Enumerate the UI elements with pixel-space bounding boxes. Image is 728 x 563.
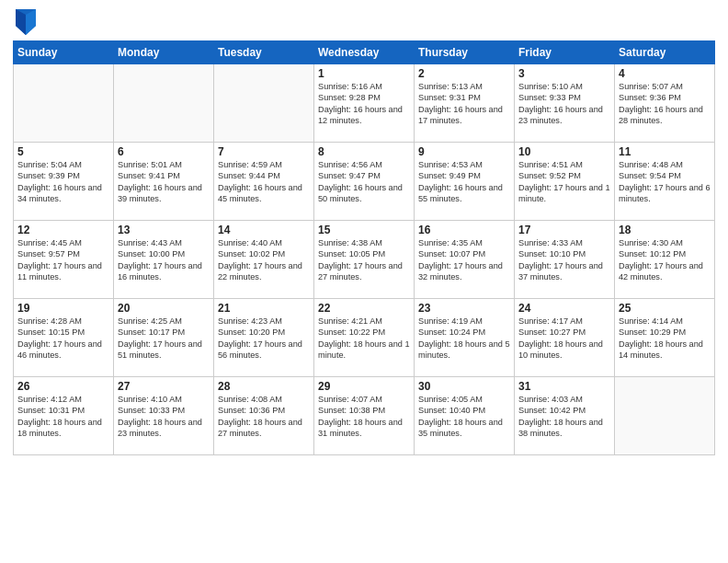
- table-row: 13Sunrise: 4:43 AM Sunset: 10:00 PM Dayl…: [114, 221, 214, 299]
- day-number: 7: [218, 145, 310, 158]
- day-number: 31: [518, 380, 610, 393]
- day-number: 17: [518, 224, 610, 236]
- table-row: 29Sunrise: 4:07 AM Sunset: 10:38 PM Dayl…: [314, 377, 415, 455]
- day-info: Sunrise: 4:59 AM Sunset: 9:44 PM Dayligh…: [218, 159, 310, 205]
- table-row: 3Sunrise: 5:10 AM Sunset: 9:33 PM Daylig…: [515, 64, 615, 143]
- day-number: 24: [518, 302, 610, 315]
- day-info: Sunrise: 5:10 AM Sunset: 9:33 PM Dayligh…: [518, 81, 610, 127]
- page: Sunday Monday Tuesday Wednesday Thursday…: [0, 0, 728, 563]
- day-number: 8: [318, 145, 410, 158]
- day-number: 11: [619, 145, 711, 158]
- table-row: 20Sunrise: 4:25 AM Sunset: 10:17 PM Dayl…: [114, 299, 214, 377]
- day-info: Sunrise: 4:19 AM Sunset: 10:24 PM Daylig…: [418, 316, 510, 362]
- day-info: Sunrise: 4:38 AM Sunset: 10:05 PM Daylig…: [318, 237, 410, 283]
- table-row: 31Sunrise: 4:03 AM Sunset: 10:42 PM Dayl…: [515, 377, 615, 455]
- day-number: 30: [418, 380, 510, 393]
- day-info: Sunrise: 4:14 AM Sunset: 10:29 PM Daylig…: [619, 316, 711, 362]
- table-row: 27Sunrise: 4:10 AM Sunset: 10:33 PM Dayl…: [114, 377, 214, 455]
- day-number: 14: [218, 224, 310, 236]
- day-number: 22: [318, 302, 410, 315]
- day-info: Sunrise: 4:45 AM Sunset: 9:57 PM Dayligh…: [17, 237, 109, 283]
- logo-area: [13, 9, 38, 35]
- day-number: 13: [118, 224, 210, 236]
- table-row: [615, 377, 715, 455]
- day-number: 5: [17, 145, 109, 158]
- col-wednesday: Wednesday: [314, 41, 415, 64]
- table-row: 18Sunrise: 4:30 AM Sunset: 10:12 PM Dayl…: [615, 221, 715, 299]
- day-info: Sunrise: 5:16 AM Sunset: 9:28 PM Dayligh…: [318, 81, 410, 127]
- day-number: 25: [619, 302, 711, 315]
- day-number: 16: [418, 224, 510, 236]
- col-saturday: Saturday: [615, 41, 715, 64]
- day-info: Sunrise: 4:21 AM Sunset: 10:22 PM Daylig…: [318, 316, 410, 362]
- calendar-week-row: 12Sunrise: 4:45 AM Sunset: 9:57 PM Dayli…: [14, 221, 715, 299]
- table-row: 22Sunrise: 4:21 AM Sunset: 10:22 PM Dayl…: [314, 299, 415, 377]
- table-row: 15Sunrise: 4:38 AM Sunset: 10:05 PM Dayl…: [314, 221, 415, 299]
- day-info: Sunrise: 4:12 AM Sunset: 10:31 PM Daylig…: [17, 394, 109, 440]
- day-info: Sunrise: 4:51 AM Sunset: 9:52 PM Dayligh…: [518, 159, 610, 205]
- table-row: [114, 64, 214, 143]
- day-number: 21: [218, 302, 310, 315]
- day-number: 3: [518, 67, 610, 80]
- day-number: 20: [118, 302, 210, 315]
- table-row: 23Sunrise: 4:19 AM Sunset: 10:24 PM Dayl…: [415, 299, 515, 377]
- table-row: 11Sunrise: 4:48 AM Sunset: 9:54 PM Dayli…: [615, 143, 715, 221]
- calendar-week-row: 26Sunrise: 4:12 AM Sunset: 10:31 PM Dayl…: [14, 377, 715, 455]
- weekday-header-row: Sunday Monday Tuesday Wednesday Thursday…: [14, 41, 715, 64]
- table-row: 28Sunrise: 4:08 AM Sunset: 10:36 PM Dayl…: [214, 377, 314, 455]
- day-info: Sunrise: 5:13 AM Sunset: 9:31 PM Dayligh…: [418, 81, 510, 127]
- day-info: Sunrise: 5:01 AM Sunset: 9:41 PM Dayligh…: [118, 159, 210, 205]
- table-row: 25Sunrise: 4:14 AM Sunset: 10:29 PM Dayl…: [615, 299, 715, 377]
- header: [13, 9, 715, 35]
- day-info: Sunrise: 4:53 AM Sunset: 9:49 PM Dayligh…: [418, 159, 510, 205]
- day-number: 29: [318, 380, 410, 393]
- table-row: 17Sunrise: 4:33 AM Sunset: 10:10 PM Dayl…: [515, 221, 615, 299]
- table-row: 19Sunrise: 4:28 AM Sunset: 10:15 PM Dayl…: [14, 299, 114, 377]
- table-row: 16Sunrise: 4:35 AM Sunset: 10:07 PM Dayl…: [415, 221, 515, 299]
- day-number: 26: [17, 380, 109, 393]
- table-row: 1Sunrise: 5:16 AM Sunset: 9:28 PM Daylig…: [314, 64, 415, 143]
- day-info: Sunrise: 4:33 AM Sunset: 10:10 PM Daylig…: [518, 237, 610, 283]
- calendar-week-row: 1Sunrise: 5:16 AM Sunset: 9:28 PM Daylig…: [14, 64, 715, 143]
- table-row: 4Sunrise: 5:07 AM Sunset: 9:36 PM Daylig…: [615, 64, 715, 143]
- table-row: [214, 64, 314, 143]
- table-row: 9Sunrise: 4:53 AM Sunset: 9:49 PM Daylig…: [415, 143, 515, 221]
- calendar-week-row: 5Sunrise: 5:04 AM Sunset: 9:39 PM Daylig…: [14, 143, 715, 221]
- day-info: Sunrise: 4:17 AM Sunset: 10:27 PM Daylig…: [518, 316, 610, 362]
- day-info: Sunrise: 4:25 AM Sunset: 10:17 PM Daylig…: [118, 316, 210, 362]
- day-number: 1: [318, 67, 410, 80]
- day-number: 19: [17, 302, 109, 315]
- calendar-week-row: 19Sunrise: 4:28 AM Sunset: 10:15 PM Dayl…: [14, 299, 715, 377]
- day-number: 18: [619, 224, 711, 236]
- table-row: 2Sunrise: 5:13 AM Sunset: 9:31 PM Daylig…: [415, 64, 515, 143]
- day-number: 15: [318, 224, 410, 236]
- day-info: Sunrise: 5:04 AM Sunset: 9:39 PM Dayligh…: [17, 159, 109, 205]
- logo-icon: [16, 9, 36, 35]
- day-number: 4: [619, 67, 711, 80]
- day-info: Sunrise: 4:56 AM Sunset: 9:47 PM Dayligh…: [318, 159, 410, 205]
- table-row: [14, 64, 114, 143]
- day-number: 23: [418, 302, 510, 315]
- day-info: Sunrise: 5:07 AM Sunset: 9:36 PM Dayligh…: [619, 81, 711, 127]
- col-tuesday: Tuesday: [214, 41, 314, 64]
- day-info: Sunrise: 4:10 AM Sunset: 10:33 PM Daylig…: [118, 394, 210, 440]
- day-info: Sunrise: 4:28 AM Sunset: 10:15 PM Daylig…: [17, 316, 109, 362]
- day-info: Sunrise: 4:08 AM Sunset: 10:36 PM Daylig…: [218, 394, 310, 440]
- day-number: 9: [418, 145, 510, 158]
- table-row: 21Sunrise: 4:23 AM Sunset: 10:20 PM Dayl…: [214, 299, 314, 377]
- table-row: 10Sunrise: 4:51 AM Sunset: 9:52 PM Dayli…: [515, 143, 615, 221]
- day-info: Sunrise: 4:07 AM Sunset: 10:38 PM Daylig…: [318, 394, 410, 440]
- col-sunday: Sunday: [14, 41, 114, 64]
- day-info: Sunrise: 4:40 AM Sunset: 10:02 PM Daylig…: [218, 237, 310, 283]
- day-number: 12: [17, 224, 109, 236]
- table-row: 26Sunrise: 4:12 AM Sunset: 10:31 PM Dayl…: [14, 377, 114, 455]
- day-info: Sunrise: 4:30 AM Sunset: 10:12 PM Daylig…: [619, 237, 711, 283]
- col-thursday: Thursday: [415, 41, 515, 64]
- table-row: 8Sunrise: 4:56 AM Sunset: 9:47 PM Daylig…: [314, 143, 415, 221]
- col-monday: Monday: [114, 41, 214, 64]
- day-number: 27: [118, 380, 210, 393]
- day-info: Sunrise: 4:35 AM Sunset: 10:07 PM Daylig…: [418, 237, 510, 283]
- table-row: 12Sunrise: 4:45 AM Sunset: 9:57 PM Dayli…: [14, 221, 114, 299]
- day-number: 10: [518, 145, 610, 158]
- day-info: Sunrise: 4:43 AM Sunset: 10:00 PM Daylig…: [118, 237, 210, 283]
